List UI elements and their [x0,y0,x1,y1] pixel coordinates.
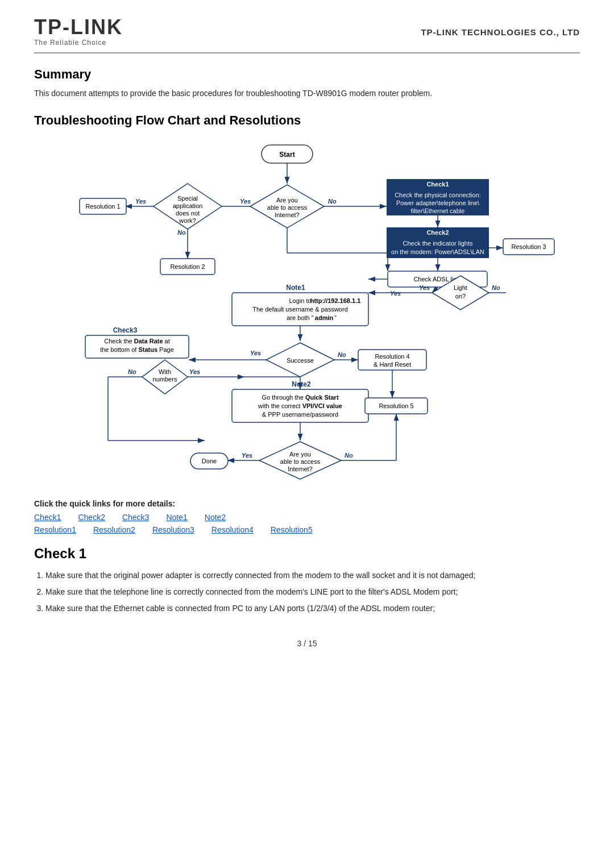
flowchart-title: Troubleshooting Flow Chart and Resolutio… [34,113,580,128]
svg-text:Internet?: Internet? [288,466,312,472]
summary-text: This document attempts to provide the ba… [34,88,580,99]
svg-text:Resolution 1: Resolution 1 [85,203,120,210]
svg-text:Note1: Note1 [286,284,305,292]
link-resolution3[interactable]: Resolution3 [152,525,194,534]
svg-text:Resolution 3: Resolution 3 [511,243,546,250]
svg-text:Check1: Check1 [426,181,449,188]
svg-text:filter\Ethernet cable: filter\Ethernet cable [411,207,465,214]
logo-dash: - [63,15,70,39]
link-note2[interactable]: Note2 [205,513,226,522]
svg-text:the bottom of Status Page: the bottom of Status Page [100,346,174,353]
page-footer: 3 / 15 [34,633,580,648]
svg-text:Yes: Yes [242,452,252,459]
svg-text:application: application [173,202,203,209]
check1-title: Check 1 [34,546,580,562]
link-check2[interactable]: Check2 [78,513,105,522]
svg-text:Yes: Yes [189,368,200,375]
svg-text:numbers: numbers [153,376,177,383]
quick-links-section: Click the quick links for more details: … [34,499,580,534]
svg-text:Check2: Check2 [426,229,449,236]
svg-text:Note2: Note2 [292,380,311,388]
check1-item2: Make sure that the telephone line is cor… [45,585,580,599]
svg-text:Resolution 2: Resolution 2 [170,263,205,270]
link-resolution5[interactable]: Resolution5 [271,525,313,534]
svg-text:Check the Data Rate at: Check the Data Rate at [104,338,170,344]
link-check3[interactable]: Check3 [122,513,149,522]
svg-text:able to access: able to access [280,458,321,465]
link-check1[interactable]: Check1 [34,513,61,522]
flowchart-section: Troubleshooting Flow Chart and Resolutio… [34,113,580,534]
check1-item3: Make sure that the Ethernet cable is con… [45,601,580,616]
svg-text:are both ": are both " [287,314,313,321]
svg-text:admin: admin [315,314,334,321]
svg-text:http://192.168.1.1: http://192.168.1.1 [310,297,361,304]
svg-text:Are you: Are you [289,451,311,458]
svg-text:Yes: Yes [250,350,261,356]
svg-text:Login to: Login to [289,297,311,304]
svg-text:work?: work? [179,217,196,224]
logo-text: TP-LINK [34,17,123,38]
quick-links-title: Click the quick links for more details: [34,499,580,508]
svg-text:Check the indicator lights: Check the indicator lights [403,240,473,247]
svg-text:Done: Done [202,458,217,464]
svg-text:Light: Light [454,284,467,291]
link-resolution2[interactable]: Resolution2 [93,525,135,534]
logo-tp: TP [34,15,63,39]
svg-text:able to access: able to access [267,204,308,211]
svg-text:No: No [328,198,337,205]
check1-item1: Make sure that the original power adapte… [45,568,580,583]
summary-title: Summary [34,67,580,82]
svg-text:Go through the Quick Start: Go through the Quick Start [262,394,338,401]
svg-text:No: No [128,368,136,375]
flowchart-container: Start Are you able to access Internet? Y… [34,139,580,493]
svg-text:on?: on? [455,293,466,300]
link-resolution4[interactable]: Resolution4 [211,525,254,534]
svg-text:The default username & passwor: The default username & password [252,306,348,313]
svg-text:Check3: Check3 [113,326,138,334]
svg-text:Yes: Yes [419,284,430,291]
svg-text:Power adapter\telephone line\: Power adapter\telephone line\ [396,200,480,206]
svg-text:Special: Special [177,195,198,202]
logo-tagline: The Reliable Choice [34,39,123,47]
page-header: TP-LINK The Reliable Choice TP-LINK TECH… [34,17,580,53]
svg-text:": " [334,314,337,321]
svg-text:With: With [159,368,171,375]
summary-section: Summary This document attempts to provid… [34,67,580,99]
svg-text:does not: does not [176,210,200,217]
svg-text:Internet?: Internet? [275,211,299,218]
svg-text:Resolution 4: Resolution 4 [375,353,409,360]
svg-text:& Hard Reset: & Hard Reset [374,361,411,368]
svg-text:Successe: Successe [287,357,314,364]
logo-area: TP-LINK The Reliable Choice [34,17,123,47]
svg-text:Start: Start [279,151,294,159]
svg-text:& PPP username/password: & PPP username/password [262,411,338,418]
quick-links-row1: Check1 Check2 Check3 Note1 Note2 [34,513,580,522]
logo-link: LINK [70,15,123,39]
svg-text:Are you: Are you [276,197,298,203]
page-indicator: 3 / 15 [297,639,317,648]
svg-text:No: No [345,452,353,459]
link-resolution1[interactable]: Resolution1 [34,525,76,534]
svg-text:Check the physical connection:: Check the physical connection: [395,192,481,198]
quick-links-row2: Resolution1 Resolution2 Resolution3 Reso… [34,525,580,534]
svg-text:No: No [338,351,346,358]
check1-list: Make sure that the original power adapte… [45,568,580,616]
flowchart-svg: Start Are you able to access Internet? Y… [34,139,580,492]
svg-text:No: No [492,284,500,291]
svg-text:Yes: Yes [390,290,401,297]
check1-section: Check 1 Make sure that the original powe… [34,546,580,616]
svg-text:Yes: Yes [240,198,251,205]
link-note1[interactable]: Note1 [166,513,187,522]
svg-text:on the modem: Power\ADSL\LAN: on the modem: Power\ADSL\LAN [391,248,484,255]
svg-text:Yes: Yes [135,198,146,205]
svg-text:with the correct VPI/VCI value: with the correct VPI/VCI value [258,402,342,409]
company-name: TP-LINK TECHNOLOGIES CO., LTD [421,27,580,37]
svg-text:Resolution 5: Resolution 5 [379,402,413,409]
svg-text:No: No [177,229,186,236]
